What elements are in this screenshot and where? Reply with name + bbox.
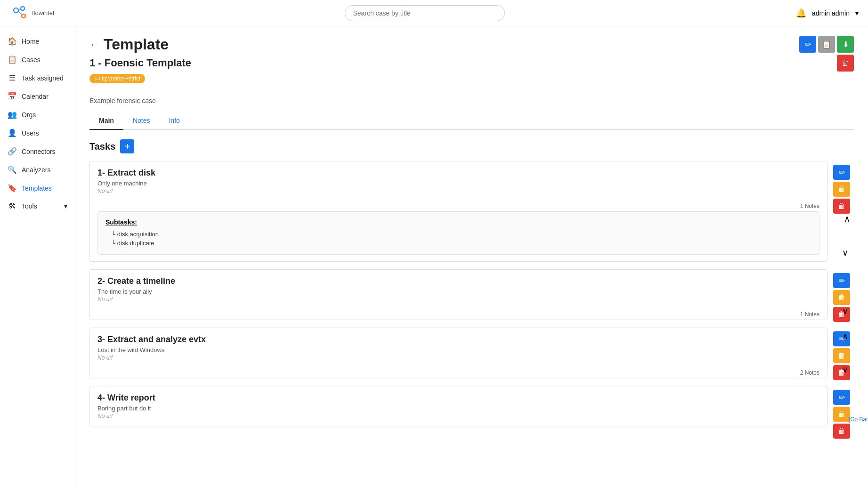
subtasks-title-1: Subtasks: <box>105 218 811 226</box>
task-2-header: 2- Create a timeline The time is your al… <box>90 270 827 309</box>
add-task-button[interactable]: + <box>120 139 134 153</box>
back-arrow[interactable]: ← <box>89 39 99 50</box>
archive-task-3-button[interactable]: 🗑 <box>833 348 850 363</box>
task-wrapper-4: 4- Write report Boring part but do it No… <box>89 386 827 426</box>
main-content: ← Template 1 - Foensic Template 🏷 tlp:am… <box>75 26 868 489</box>
task-card-1: 1- Extract disk Only one machine No url … <box>89 161 827 262</box>
archive-task-1-button[interactable]: 🗑 <box>833 182 850 197</box>
task-card-3: 3- Extract and analyze evtx Lost in the … <box>89 328 827 378</box>
sidebar-item-tools[interactable]: 🛠 Tools ▾ <box>0 197 75 215</box>
task-4-url: No url <box>97 413 799 419</box>
task-2-notes-count: 1 Notes <box>90 309 827 320</box>
calendar-icon: 📅 <box>8 92 17 101</box>
cases-icon: 📋 <box>8 55 17 64</box>
delete-task-1-button[interactable]: 🗑 <box>833 199 850 214</box>
sidebar-item-label: Cases <box>22 56 41 64</box>
tab-notes[interactable]: Notes <box>123 112 160 130</box>
sidebar-item-cases[interactable]: 📋 Cases <box>0 50 75 69</box>
template-description: Example forensic case <box>89 97 854 104</box>
download-template-button[interactable]: ⬇ <box>837 36 854 53</box>
sidebar-item-label: Templates <box>22 184 52 192</box>
task-3-header: 3- Extract and analyze evtx Lost in the … <box>90 328 827 368</box>
sidebar-item-home[interactable]: 🏠 Home <box>0 32 75 50</box>
task-1-actions: ✏ 🗑 🗑 <box>833 165 850 214</box>
logo: flowintel <box>9 4 54 23</box>
orgs-icon: 👥 <box>8 110 17 119</box>
user-label: admin admin <box>812 9 850 17</box>
delete-template-button[interactable]: 🗑 <box>837 55 854 72</box>
templates-icon: 🔖 <box>8 184 17 192</box>
collapse-task-1-button[interactable]: ∧ <box>844 214 850 224</box>
go-back-top-link[interactable]: [Go Back Top] <box>849 416 868 423</box>
chevron-down-icon: ▾ <box>64 202 67 210</box>
sidebar-item-label: Calendar <box>22 93 49 100</box>
chevron-down-icon[interactable]: ▾ <box>855 9 859 17</box>
tab-info[interactable]: Info <box>159 112 189 130</box>
task-1-url: No url <box>97 188 799 194</box>
task-2-title: 2- Create a timeline <box>97 276 799 286</box>
tab-main[interactable]: Main <box>89 112 123 130</box>
task-1-desc: Only one machine <box>97 180 799 187</box>
sidebar-item-templates[interactable]: 🔖 Templates <box>0 179 75 197</box>
task-card-2: 2- Create a timeline The time is your al… <box>89 269 827 320</box>
sidebar-item-connectors[interactable]: 🔗 Connectors <box>0 142 75 160</box>
sidebar-item-label: Task assigned <box>22 74 64 82</box>
tag-label: tlp:amber+strict <box>102 75 140 82</box>
task-4-header: 4- Write report Boring part but do it No… <box>90 386 827 426</box>
task-3-title: 3- Extract and analyze evtx <box>97 335 799 345</box>
tabs: Main Notes Info <box>89 112 854 130</box>
svg-line-4 <box>18 11 22 15</box>
sidebar-item-orgs[interactable]: 👥 Orgs <box>0 105 75 124</box>
template-name: 1 - Foensic Template <box>89 57 854 69</box>
top-actions: ✏ 📋 ⬇ 🗑 <box>799 36 854 72</box>
search-input[interactable] <box>345 5 505 21</box>
task-4-actions: ✏ 🗑 🗑 <box>833 390 850 439</box>
svg-line-3 <box>18 9 21 9</box>
task-1-notes-count: 1 Notes <box>90 201 827 211</box>
page-header: ← Template <box>89 36 854 53</box>
edit-task-4-button[interactable]: ✏ <box>833 390 850 405</box>
svg-point-1 <box>21 7 24 10</box>
task-card-4: 4- Write report Boring part but do it No… <box>89 386 827 426</box>
task-1-header: 1- Extract disk Only one machine No url <box>90 161 827 201</box>
tag-icon: 🏷 <box>94 75 100 82</box>
analyzers-icon: 🔍 <box>8 165 17 174</box>
home-icon: 🏠 <box>8 37 17 46</box>
copy-template-button[interactable]: 📋 <box>818 36 835 53</box>
sidebar-item-calendar[interactable]: 📅 Calendar <box>0 87 75 105</box>
edit-task-2-button[interactable]: ✏ <box>833 273 850 288</box>
expand-task-3-button[interactable]: ∨ <box>842 364 848 375</box>
sidebar-item-label: Connectors <box>22 148 56 155</box>
task-wrapper-1: 1- Extract disk Only one machine No url … <box>89 161 827 262</box>
connectors-icon: 🔗 <box>8 147 17 156</box>
task-2-desc: The time is your ally <box>97 288 799 295</box>
task-3-url: No url <box>97 354 799 361</box>
edit-template-button[interactable]: ✏ <box>799 36 816 53</box>
sidebar-item-task-assigned[interactable]: ☰ Task assigned <box>0 69 75 87</box>
svg-point-0 <box>14 8 18 13</box>
sidebar-item-analyzers[interactable]: 🔍 Analyzers <box>0 160 75 179</box>
svg-point-2 <box>22 14 25 18</box>
collapse-task-3-button[interactable]: ∧ <box>842 331 848 342</box>
tasks-header: Tasks + <box>89 139 854 153</box>
archive-task-2-button[interactable]: 🗑 <box>833 290 850 305</box>
topbar: flowintel 🔔 admin admin ▾ <box>0 0 868 26</box>
expand-task-1-button[interactable]: ∨ <box>842 248 848 258</box>
task-icon: ☰ <box>8 73 17 82</box>
task-2-url: No url <box>97 296 799 303</box>
sidebar-item-users[interactable]: 👤 Users <box>0 124 75 142</box>
logo-text: flowintel <box>32 9 54 16</box>
bell-icon[interactable]: 🔔 <box>796 8 806 18</box>
tasks-title: Tasks <box>89 141 115 152</box>
template-tag: 🏷 tlp:amber+strict <box>89 74 145 83</box>
sidebar-item-label: Analyzers <box>22 166 50 174</box>
task-wrapper-3: 3- Extract and analyze evtx Lost in the … <box>89 328 827 378</box>
user-menu[interactable]: 🔔 admin admin ▾ <box>796 8 859 18</box>
task-1-title: 1- Extract disk <box>97 168 799 178</box>
edit-task-1-button[interactable]: ✏ <box>833 165 850 180</box>
delete-task-4-button[interactable]: 🗑 <box>833 424 850 439</box>
sidebar-item-label: Users <box>22 129 39 137</box>
archive-task-4-button[interactable]: 🗑 <box>833 407 850 422</box>
expand-task-2-button[interactable]: ∨ <box>842 306 848 316</box>
search-container <box>345 5 505 21</box>
